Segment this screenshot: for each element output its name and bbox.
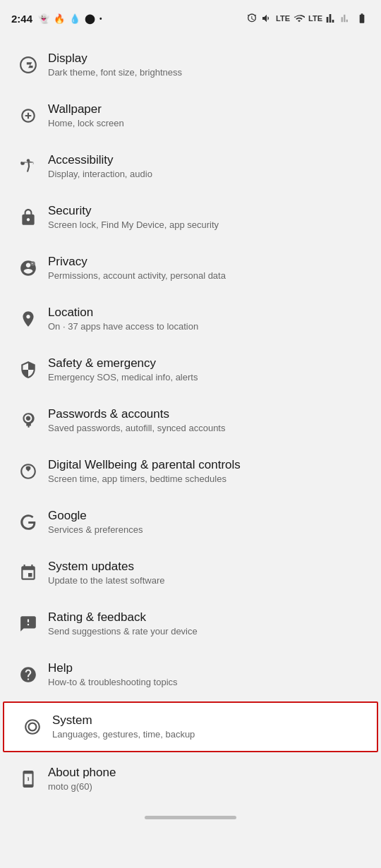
- digital-wellbeing-subtitle: Screen time, app timers, bedtime schedul…: [48, 474, 370, 486]
- about-phone-subtitle: moto g(60): [48, 781, 370, 793]
- safety-title: Safety & emergency: [48, 356, 370, 371]
- settings-item-digital-wellbeing[interactable]: Digital Wellbeing & parental controls Sc…: [0, 446, 381, 497]
- system-icon: [16, 718, 49, 736]
- wallpaper-icon: [11, 107, 45, 125]
- location-title: Location: [48, 305, 370, 320]
- digital-wellbeing-icon: [11, 462, 45, 481]
- system-updates-icon: [11, 564, 45, 582]
- bottom-handle-bar: [145, 816, 236, 819]
- settings-list: Display Dark theme, font size, brightnes…: [0, 37, 381, 807]
- security-icon: [11, 208, 45, 227]
- system-text: System Languages, gestures, time, backup: [49, 713, 365, 741]
- signal-icon: [326, 13, 337, 24]
- settings-item-system[interactable]: System Languages, gestures, time, backup: [3, 701, 378, 752]
- rating-subtitle: Send suggestions & rate your device: [48, 626, 370, 638]
- settings-item-accessibility[interactable]: Accessibility Display, interaction, audi…: [0, 141, 381, 192]
- safety-icon: [11, 361, 45, 379]
- signal2-icon: [341, 13, 351, 24]
- passwords-text: Passwords & accounts Saved passwords, au…: [45, 406, 370, 435]
- settings-item-location[interactable]: Location On · 37 apps have access to loc…: [0, 294, 381, 344]
- circle-icon: ⬤: [85, 13, 95, 24]
- dot-icon: •: [99, 15, 102, 23]
- privacy-title: Privacy: [48, 254, 370, 270]
- accessibility-subtitle: Display, interaction, audio: [48, 169, 370, 181]
- security-text: Security Screen lock, Find My Device, ap…: [45, 203, 370, 231]
- help-text: Help How-to & troubleshooting topics: [45, 661, 370, 689]
- accessibility-title: Accessibility: [48, 152, 370, 168]
- status-right-icons: LTE LTE: [246, 13, 370, 24]
- lte2-icon: LTE: [308, 14, 322, 23]
- status-left: 2:44 👻 🔥 💧 ⬤ •: [11, 13, 102, 25]
- battery-icon: [354, 13, 370, 24]
- location-subtitle: On · 37 apps have access to location: [48, 321, 370, 333]
- about-phone-title: About phone: [48, 765, 370, 780]
- system-updates-title: System updates: [48, 559, 370, 574]
- digital-wellbeing-title: Digital Wellbeing & parental controls: [48, 457, 370, 473]
- system-subtitle: Languages, gestures, time, backup: [52, 729, 365, 741]
- status-bar: 2:44 👻 🔥 💧 ⬤ • LTE LTE: [0, 0, 381, 37]
- system-updates-subtitle: Update to the latest software: [48, 575, 370, 587]
- settings-item-security[interactable]: Security Screen lock, Find My Device, ap…: [0, 192, 381, 243]
- snapchat-icon: 👻: [38, 13, 49, 24]
- about-phone-icon: [11, 770, 45, 788]
- security-subtitle: Screen lock, Find My Device, app securit…: [48, 219, 370, 231]
- settings-item-system-updates[interactable]: System updates Update to the latest soft…: [0, 548, 381, 598]
- wifi-icon: [294, 13, 305, 24]
- settings-item-rating[interactable]: Rating & feedback Send suggestions & rat…: [0, 598, 381, 649]
- settings-item-safety[interactable]: Safety & emergency Emergency SOS, medica…: [0, 344, 381, 395]
- safety-text: Safety & emergency Emergency SOS, medica…: [45, 356, 370, 384]
- location-text: Location On · 37 apps have access to loc…: [45, 305, 370, 333]
- bottom-handle-area: [0, 807, 381, 825]
- drop-icon: 💧: [69, 13, 80, 24]
- passwords-title: Passwords & accounts: [48, 406, 370, 422]
- google-icon: [11, 513, 45, 531]
- about-phone-text: About phone moto g(60): [45, 765, 370, 793]
- alarm-icon: [246, 13, 258, 24]
- status-time: 2:44: [11, 13, 32, 25]
- settings-item-help[interactable]: Help How-to & troubleshooting topics: [0, 649, 381, 700]
- accessibility-icon: [11, 157, 45, 176]
- security-title: Security: [48, 203, 370, 219]
- passwords-icon: [11, 411, 45, 430]
- google-text: Google Services & preferences: [45, 508, 370, 536]
- settings-item-google[interactable]: Google Services & preferences: [0, 497, 381, 548]
- help-title: Help: [48, 661, 370, 676]
- flame-icon: 🔥: [54, 13, 65, 24]
- volume-icon: [261, 13, 272, 24]
- rating-title: Rating & feedback: [48, 610, 370, 625]
- lte-icon: LTE: [276, 14, 290, 23]
- wallpaper-text: Wallpaper Home, lock screen: [45, 102, 370, 130]
- status-app-icons: 👻 🔥 💧 ⬤ •: [38, 13, 102, 24]
- privacy-subtitle: Permissions, account activity, personal …: [48, 270, 370, 282]
- google-subtitle: Services & preferences: [48, 524, 370, 536]
- settings-item-display[interactable]: Display Dark theme, font size, brightnes…: [0, 40, 381, 90]
- display-icon: [11, 56, 45, 74]
- system-title: System: [52, 713, 365, 728]
- digital-wellbeing-text: Digital Wellbeing & parental controls Sc…: [45, 457, 370, 486]
- settings-item-about-phone[interactable]: About phone moto g(60): [0, 754, 381, 804]
- accessibility-text: Accessibility Display, interaction, audi…: [45, 152, 370, 181]
- settings-item-wallpaper[interactable]: Wallpaper Home, lock screen: [0, 90, 381, 141]
- settings-item-privacy[interactable]: Privacy Permissions, account activity, p…: [0, 243, 381, 294]
- display-subtitle: Dark theme, font size, brightness: [48, 67, 370, 79]
- wallpaper-subtitle: Home, lock screen: [48, 118, 370, 130]
- location-icon: [11, 310, 45, 328]
- settings-item-passwords[interactable]: Passwords & accounts Saved passwords, au…: [0, 395, 381, 446]
- wallpaper-title: Wallpaper: [48, 102, 370, 117]
- privacy-icon: [11, 259, 45, 277]
- system-updates-text: System updates Update to the latest soft…: [45, 559, 370, 587]
- rating-icon: [11, 615, 45, 633]
- help-icon: [11, 665, 45, 684]
- google-title: Google: [48, 508, 370, 524]
- display-text: Display Dark theme, font size, brightnes…: [45, 51, 370, 79]
- display-title: Display: [48, 51, 370, 66]
- privacy-text: Privacy Permissions, account activity, p…: [45, 254, 370, 282]
- rating-text: Rating & feedback Send suggestions & rat…: [45, 610, 370, 638]
- passwords-subtitle: Saved passwords, autofill, synced accoun…: [48, 423, 370, 435]
- safety-subtitle: Emergency SOS, medical info, alerts: [48, 372, 370, 384]
- help-subtitle: How-to & troubleshooting topics: [48, 677, 370, 689]
